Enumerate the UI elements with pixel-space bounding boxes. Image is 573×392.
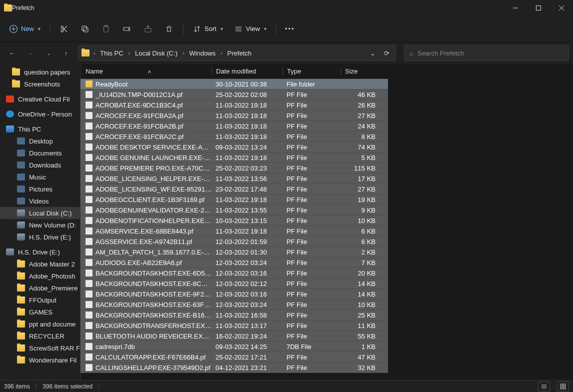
sidebar-item[interactable]: Adobe_Photosh (0, 270, 80, 282)
sidebar-item[interactable]: Adobe Master 2 (0, 258, 80, 270)
file-row[interactable]: ADOBE GENUINE LAUNCHER.EXE-8BD95...11-03… (80, 152, 388, 163)
file-row[interactable]: BACKGROUNDTRANSFERHOST.EXE-DB32...11-03-… (80, 320, 388, 331)
sidebar-item[interactable]: H.S. Drive (E:) (0, 231, 80, 243)
sidebar-item[interactable]: question papers (0, 66, 80, 78)
sort-button[interactable]: Sort ▾ (188, 20, 227, 38)
breadcrumb[interactable]: Windows (188, 48, 217, 58)
forward-button[interactable]: → (22, 45, 38, 61)
sidebar-item[interactable]: Creative Cloud Fil (0, 93, 80, 105)
file-row[interactable]: ACROBAT.EXE-9DC1B3C4.pf11-03-2022 19:18P… (80, 100, 388, 110)
column-type[interactable]: Type (282, 68, 340, 75)
sidebar-item[interactable]: H.S. Drive (E:) (0, 246, 80, 258)
sidebar-item[interactable]: Documents (0, 147, 80, 159)
sidebar-item[interactable]: Downloads (0, 159, 80, 171)
file-type: PF File (282, 270, 340, 277)
column-name[interactable]: Nameʌ (84, 68, 212, 75)
selected-count: 396 items selected (42, 383, 92, 390)
file-row[interactable]: AGMSERVICE.EXE-68BE8443.pf11-03-2022 19:… (80, 226, 388, 236)
file-row[interactable]: ADOBE_LICENSING_HELPER.EXE-A7EF9B...11-0… (80, 174, 388, 184)
details-view-button[interactable] (538, 382, 550, 392)
file-type: PF File (282, 238, 340, 246)
sidebar-item[interactable]: RECYCLER (0, 330, 80, 342)
preview-panel (388, 64, 573, 380)
folder-icon (4, 4, 12, 12)
file-row[interactable]: ADOBE_LICENSING_WF.EXE-85291397.pf23-02-… (80, 184, 388, 194)
file-row[interactable]: ADOBE PREMIERE PRO.EXE-A70C860E.pf25-02-… (80, 163, 388, 174)
file-row[interactable]: ACROCEF.EXE-91FCBA2A.pf11-03-2022 19:18P… (80, 110, 388, 121)
cut-button[interactable] (55, 20, 73, 38)
file-row[interactable]: ADOBEGENUINEVALIDATOR.EXE-2BCAF8...11-03… (80, 205, 388, 216)
refresh-button[interactable]: ⟳ (380, 50, 392, 57)
history-dropdown[interactable]: ⌄ (366, 50, 378, 57)
file-row[interactable]: BLUETOOTH AUDIO REVEICER.EXE-547EC...16-… (80, 331, 388, 342)
sidebar-item[interactable]: Pictures (0, 183, 80, 195)
file-name: ADOBE DESKTOP SERVICE.EXE-A2925451.pf (96, 144, 212, 151)
sidebar-item[interactable]: Local Disk (C:) (0, 207, 80, 219)
sidebar-item[interactable]: Desktop (0, 135, 80, 147)
back-button[interactable]: ← (4, 45, 20, 61)
address-bar[interactable]: › This PC › Local Disk (C:) › Windows › … (78, 45, 396, 61)
file-row[interactable]: AM_DELTA_PATCH_1.359.1677.0.E-3139A...12… (80, 247, 388, 258)
file-row[interactable]: ADOBEGCCLIENT.EXE-1B3F3169.pf11-03-2022 … (80, 194, 388, 205)
rename-button[interactable] (118, 20, 136, 38)
minimize-button[interactable] (504, 0, 527, 16)
thumbnails-view-button[interactable] (557, 382, 569, 392)
copy-button[interactable] (76, 20, 94, 38)
file-row[interactable]: ACROCEF.EXE-91FCBA2B.pf11-03-2022 19:18P… (80, 121, 388, 132)
column-date[interactable]: Date modified (212, 68, 282, 75)
file-date: 11-03-2022 16:58 (212, 312, 282, 319)
file-name: ADOBEGCCLIENT.EXE-1B3F3169.pf (96, 196, 204, 204)
file-list[interactable]: ReadyBoot30-10-2021 00:38File folder_IU1… (80, 79, 388, 380)
search-box[interactable]: ⌕ (404, 45, 569, 61)
file-row[interactable]: BACKGROUNDTASKHOST.EXE-B16326C0.pf11-03-… (80, 310, 388, 320)
file-row[interactable]: ADOBE DESKTOP SERVICE.EXE-A2925451.pf09-… (80, 142, 388, 152)
sidebar-item[interactable]: ppt and docume (0, 318, 80, 330)
breadcrumb[interactable]: This PC (99, 48, 124, 58)
column-headers[interactable]: Nameʌ Date modified Type Size (80, 64, 388, 79)
breadcrumb[interactable]: Prefetch (226, 48, 252, 58)
file-row[interactable]: AUDIODG.EXE-AB22E9A6.pf12-03-2022 03:24P… (80, 258, 388, 268)
sidebar-item[interactable]: Videos (0, 195, 80, 207)
divider (50, 23, 50, 35)
close-button[interactable] (550, 0, 573, 16)
column-size[interactable]: Size (340, 68, 378, 75)
sidebar-item[interactable]: GAMES (0, 306, 80, 318)
sidebar-item[interactable]: Screenshots (0, 78, 80, 90)
maximize-button[interactable] (527, 0, 550, 16)
paste-button[interactable] (97, 20, 115, 38)
delete-button[interactable] (160, 20, 178, 38)
file-row[interactable]: ReadyBoot30-10-2021 00:38File folder (80, 79, 388, 90)
sidebar-item[interactable]: Adobe_Premiere (0, 282, 80, 294)
file-row[interactable]: cadrespri.7db09-03-2022 14:257DB File1 K… (80, 342, 388, 352)
sort-icon (192, 24, 202, 34)
recent-button[interactable]: ⌄ (40, 45, 56, 61)
file-row[interactable]: BACKGROUNDTASKHOST.EXE-6D58042C.pf12-03-… (80, 268, 388, 278)
sidebar-item[interactable]: New Volume (D: (0, 219, 80, 231)
share-button[interactable] (139, 20, 157, 38)
sidebar-item[interactable]: Music (0, 171, 80, 183)
breadcrumb[interactable]: Local Disk (C:) (134, 48, 178, 58)
file-row[interactable]: _IU14D2N.TMP-D0012C1A.pf25-02-2022 02:08… (80, 90, 388, 100)
new-button[interactable]: New ▾ (5, 20, 44, 38)
file-row[interactable]: BACKGROUNDTASKHOST.EXE-9F2EE4C2.pf12-03-… (80, 289, 388, 300)
up-button[interactable]: ↑ (58, 45, 74, 61)
navigation-sidebar[interactable]: question papersScreenshotsCreative Cloud… (0, 64, 80, 380)
sidebar-item[interactable]: ScrewSoft RAR F (0, 342, 80, 354)
sidebar-item[interactable]: Wondershare Fil (0, 354, 80, 366)
sidebar-item[interactable]: This PC (0, 123, 80, 135)
view-button[interactable]: View ▾ (230, 20, 270, 38)
folder-icon (86, 80, 92, 88)
file-row[interactable]: BACKGROUNDTASKHOST.EXE-63F11000.pf12-03-… (80, 300, 388, 310)
file-row[interactable]: ACROCEF.EXE-91FCBA2C.pf11-03-2022 19:18P… (80, 132, 388, 142)
file-date: 25-02-2022 03:23 (212, 164, 282, 172)
file-type: PF File (282, 259, 340, 266)
search-input[interactable] (418, 50, 564, 57)
more-button[interactable]: ••• (281, 20, 299, 38)
file-row[interactable]: CALLINGSHELLAPP.EXE-379549D2.pf04-12-202… (80, 362, 388, 373)
file-row[interactable]: ADOBENOTIFICATIONHELPER.EXE-25CC...10-03… (80, 216, 388, 226)
sidebar-item[interactable]: OneDrive - Person (0, 108, 80, 120)
file-row[interactable]: CALCULATORAPP.EXE-F67E66B4.pf25-02-2022 … (80, 352, 388, 362)
file-row[interactable]: AGSSERVICE.EXE-A9742B11.pf12-03-2022 01:… (80, 236, 388, 247)
file-row[interactable]: BACKGROUNDTASKHOST.EXE-8CBD7053...12-03-… (80, 278, 388, 289)
sidebar-item[interactable]: FFOutput (0, 294, 80, 306)
